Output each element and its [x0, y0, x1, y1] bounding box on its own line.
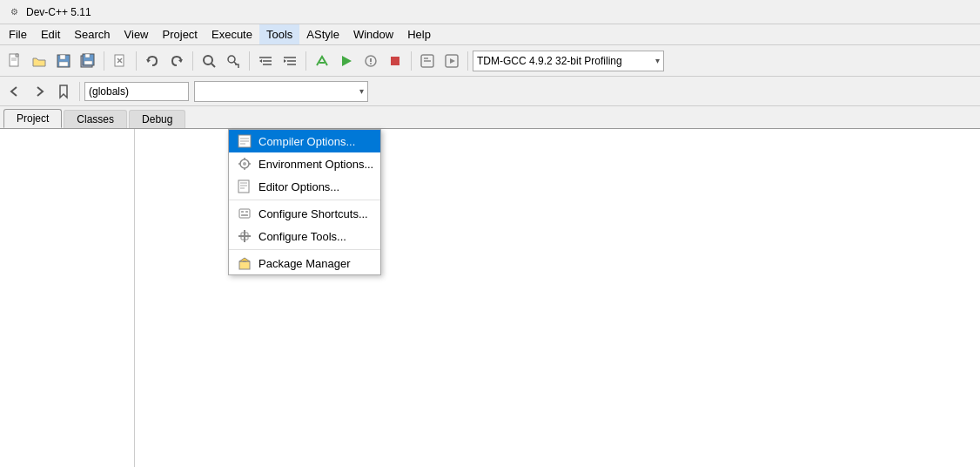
- close-btn[interactable]: [109, 50, 131, 72]
- app-icon: ⚙: [7, 5, 21, 19]
- unindent-btn[interactable]: [279, 50, 301, 72]
- configure-shortcuts-label: Configure Shortcuts...: [258, 207, 368, 220]
- left-panel: [0, 129, 135, 467]
- toolbar-main: TDM-GCC 4.9.2 32-bit Profiling ▾: [0, 45, 980, 77]
- compiler-combo-arrow: ▾: [655, 56, 660, 65]
- compiler-combo[interactable]: TDM-GCC 4.9.2 32-bit Profiling ▾: [473, 51, 664, 71]
- main-area: Compiler Options... Environment Options.…: [0, 129, 980, 467]
- sep3: [192, 51, 193, 71]
- replace-btn[interactable]: [222, 50, 245, 72]
- undo-btn[interactable]: [141, 50, 164, 72]
- menu-search[interactable]: Search: [67, 24, 117, 44]
- compile-btn[interactable]: [311, 50, 333, 72]
- redo-btn[interactable]: [165, 50, 188, 72]
- svg-marker-24: [342, 56, 352, 66]
- title-bar: ⚙ Dev-C++ 5.11: [0, 0, 980, 24]
- profile-run-btn[interactable]: [440, 50, 463, 72]
- compiler-options-icon: [236, 132, 253, 150]
- menu-project[interactable]: Project: [156, 24, 205, 44]
- environment-options-label: Environment Options...: [258, 158, 373, 171]
- menu-view[interactable]: View: [117, 24, 156, 44]
- tools-dropdown: Compiler Options... Environment Options.…: [228, 129, 381, 275]
- svg-rect-9: [84, 61, 92, 64]
- run-btn[interactable]: [335, 50, 358, 72]
- toolbar-secondary: (globals) ▾: [0, 77, 980, 106]
- menu-bar: File Edit Search View Project Execute To…: [0, 24, 980, 45]
- menu-file[interactable]: File: [2, 24, 34, 44]
- svg-rect-51: [241, 214, 248, 216]
- svg-rect-28: [391, 57, 399, 65]
- menu-configure-shortcuts[interactable]: Configure Shortcuts...: [229, 202, 380, 225]
- menu-configure-tools[interactable]: Configure Tools...: [229, 225, 380, 247]
- back-btn[interactable]: [3, 80, 26, 103]
- menu-environment-options[interactable]: Environment Options...: [229, 152, 380, 175]
- save-all-btn[interactable]: [77, 50, 99, 72]
- sep4: [249, 51, 250, 71]
- editor-options-label: Editor Options...: [258, 180, 339, 193]
- indent-btn[interactable]: [254, 50, 277, 72]
- svg-rect-55: [239, 261, 250, 269]
- svg-rect-50: [245, 211, 248, 213]
- menu-astyle[interactable]: AStyle: [299, 24, 346, 44]
- configure-tools-label: Configure Tools...: [258, 230, 346, 243]
- menu-tools[interactable]: Tools: [259, 24, 299, 44]
- svg-point-27: [370, 63, 372, 64]
- configure-shortcuts-icon: [236, 205, 253, 222]
- tab-project[interactable]: Project: [3, 109, 62, 128]
- sep2: [136, 51, 137, 71]
- svg-rect-8: [85, 54, 90, 58]
- sep1: [104, 51, 104, 71]
- svg-line-14: [211, 64, 215, 67]
- menu-package-manager[interactable]: Package Manager: [229, 252, 380, 274]
- sep6: [411, 51, 412, 71]
- menu-execute[interactable]: Execute: [205, 24, 259, 44]
- tab-classes[interactable]: Classes: [64, 110, 127, 128]
- open-file-btn[interactable]: [28, 50, 50, 72]
- svg-rect-49: [241, 211, 244, 213]
- configure-tools-icon: [236, 227, 253, 245]
- svg-point-15: [228, 56, 235, 63]
- find-btn[interactable]: [198, 50, 220, 72]
- editor-options-icon: [236, 178, 253, 195]
- dropdown-sep2: [229, 249, 380, 250]
- globals-combo-value: (globals): [89, 85, 129, 98]
- package-manager-icon: [236, 254, 253, 272]
- debug-btn[interactable]: [359, 50, 382, 72]
- sep8: [79, 82, 80, 101]
- menu-window[interactable]: Window: [346, 24, 400, 44]
- app-title: Dev-C++ 5.11: [26, 6, 91, 18]
- tab-bar: Project Classes Debug: [0, 106, 980, 129]
- svg-rect-44: [238, 180, 249, 193]
- menu-help[interactable]: Help: [400, 24, 438, 44]
- svg-rect-4: [60, 55, 65, 59]
- svg-rect-5: [59, 62, 68, 66]
- menu-compiler-options[interactable]: Compiler Options...: [229, 130, 380, 152]
- package-manager-label: Package Manager: [258, 257, 351, 270]
- svg-point-13: [204, 56, 212, 64]
- svg-marker-56: [239, 258, 250, 261]
- svg-rect-48: [239, 209, 250, 218]
- new-file-btn[interactable]: [3, 50, 26, 72]
- save-file-btn[interactable]: [52, 50, 75, 72]
- bookmark-btn[interactable]: [52, 80, 75, 103]
- svg-point-39: [243, 162, 246, 166]
- menu-editor-options[interactable]: Editor Options...: [229, 175, 380, 198]
- compiler-options-label: Compiler Options...: [258, 135, 355, 148]
- dropdown-sep1: [229, 200, 380, 200]
- tab-debug[interactable]: Debug: [129, 110, 185, 128]
- profile-compile-btn[interactable]: [416, 50, 439, 72]
- environment-options-icon: [236, 155, 253, 173]
- globals-combo[interactable]: (globals): [84, 82, 189, 101]
- forward-btn[interactable]: [28, 80, 50, 103]
- stop-btn[interactable]: [384, 50, 406, 72]
- sep5: [305, 51, 306, 71]
- menu-edit[interactable]: Edit: [34, 24, 67, 44]
- scope-combo-arrow: ▾: [359, 86, 364, 96]
- compiler-combo-value: TDM-GCC 4.9.2 32-bit Profiling: [477, 55, 622, 67]
- sep7: [467, 51, 468, 71]
- scope-combo[interactable]: ▾: [194, 81, 368, 102]
- svg-marker-33: [450, 58, 455, 64]
- svg-rect-53: [238, 235, 251, 237]
